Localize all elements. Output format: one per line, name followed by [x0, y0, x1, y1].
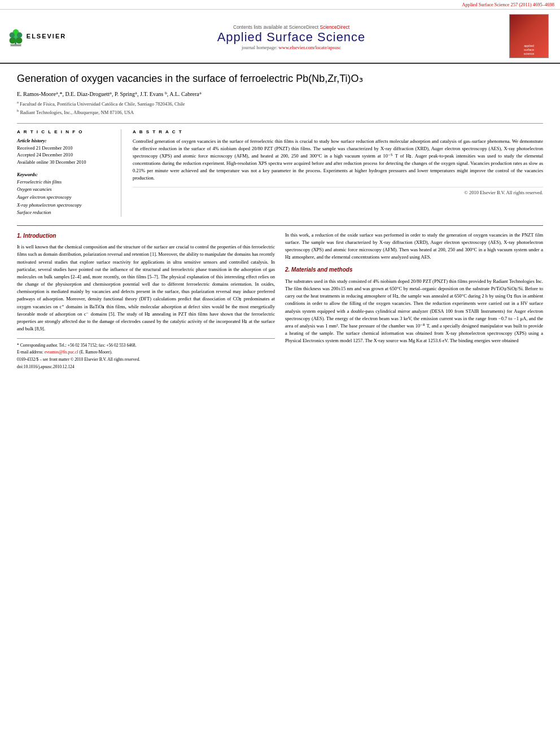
- article-body: Generation of oxygen vacancies in the su…: [0, 64, 560, 382]
- journal-header: ELSEVIER Contents lists available at Sci…: [0, 10, 560, 64]
- keyword-4: X-ray photoelectron spectroscopy: [17, 202, 114, 209]
- keywords-list: Ferroelectric thin films Oxygen vacancie…: [17, 178, 114, 217]
- cover-text: appliedsurfacescience: [524, 44, 535, 56]
- elsevier-tree-icon: [7, 25, 24, 47]
- keyword-2: Oxygen vacancies: [17, 186, 114, 194]
- header-right: appliedsurfacescience: [509, 14, 554, 58]
- received-date: Received 21 December 2010: [17, 145, 114, 152]
- email-footnote: E-mail address: evramos@fis.puc.cl (E. R…: [17, 349, 275, 355]
- corresponding-footnote: * Corresponding author. Tel.: +56 02 354…: [17, 342, 275, 348]
- header-left: ELSEVIER: [6, 25, 73, 47]
- intro-para-1: It is well known that the chemical compo…: [17, 243, 275, 333]
- svg-point-5: [9, 32, 15, 38]
- citation-text: Applied Surface Science 257 (2011) 4695–…: [462, 2, 554, 7]
- elsevier-text: ELSEVIER: [27, 33, 66, 40]
- methods-para: The substrates used in this study consis…: [285, 278, 543, 345]
- journal-cover-image: appliedsurfacescience: [509, 14, 549, 58]
- abstract-text: Controlled generation of oxygen vacancie…: [133, 138, 543, 182]
- header-center: Contents lists available at ScienceDirec…: [79, 22, 504, 50]
- authors: E. Ramos-Mooreᵃ,*, D.E. Diaz-Droguettᵃ, …: [17, 91, 543, 97]
- methods-heading: 2. Materials and methods: [285, 265, 543, 274]
- sciencedirect-link[interactable]: ScienceDirect: [320, 24, 349, 30]
- footnote-section: * Corresponding author. Tel.: +56 02 354…: [17, 338, 275, 370]
- issn-line: 0169-4332/$ – see front matter © 2010 El…: [17, 356, 275, 363]
- intro-column: 1. Introduction It is well known that th…: [17, 231, 275, 370]
- copyright-line: © 2010 Elsevier B.V. All rights reserved…: [133, 187, 543, 195]
- abstract-label: A B S T R A C T: [133, 129, 543, 134]
- contents-line: Contents lists available at ScienceDirec…: [79, 22, 504, 30]
- journal-homepage: journal homepage: www.elsevier.com/locat…: [79, 45, 504, 50]
- main-body-section: 1. Introduction It is well known that th…: [17, 225, 543, 370]
- svg-point-2: [9, 37, 15, 43]
- citation-bar: Applied Surface Science 257 (2011) 4695–…: [0, 0, 560, 10]
- journal-title: Applied Surface Science: [79, 30, 504, 45]
- article-info-column: A R T I C L E I N F O Article history: R…: [17, 129, 121, 217]
- intro-heading: 1. Introduction: [17, 231, 275, 241]
- info-abstract-section: A R T I C L E I N F O Article history: R…: [17, 123, 543, 217]
- keyword-5: Surface reduction: [17, 209, 114, 217]
- intro-para-2: In this work, a reduction of the oxide s…: [285, 231, 543, 261]
- keyword-3: Auger electron spectroscopy: [17, 194, 114, 202]
- affiliations: a Facultad de Física, Pontificia Univers…: [17, 99, 543, 116]
- article-info-label: A R T I C L E I N F O: [17, 129, 114, 134]
- keywords-title: Keywords:: [17, 172, 114, 177]
- accepted-date: Accepted 24 December 2010: [17, 151, 114, 159]
- doi-line: doi:10.1016/j.apsusc.2010.12.124: [17, 364, 275, 370]
- history-title: Article history:: [17, 138, 114, 143]
- homepage-link[interactable]: www.elsevier.com/locate/apsusc: [279, 45, 341, 50]
- svg-point-3: [16, 37, 22, 43]
- elsevier-logo: ELSEVIER: [6, 25, 68, 47]
- available-date: Available online 30 December 2010: [17, 159, 114, 166]
- methods-column: In this work, a reduction of the oxide s…: [285, 231, 543, 370]
- svg-point-6: [17, 32, 23, 38]
- abstract-column: A B S T R A C T Controlled generation of…: [133, 129, 543, 217]
- keyword-1: Ferroelectric thin films: [17, 178, 114, 186]
- email-link[interactable]: evramos@fis.puc.cl: [45, 350, 78, 355]
- svg-rect-7: [10, 44, 21, 46]
- article-title: Generation of oxygen vacancies in the su…: [17, 72, 543, 85]
